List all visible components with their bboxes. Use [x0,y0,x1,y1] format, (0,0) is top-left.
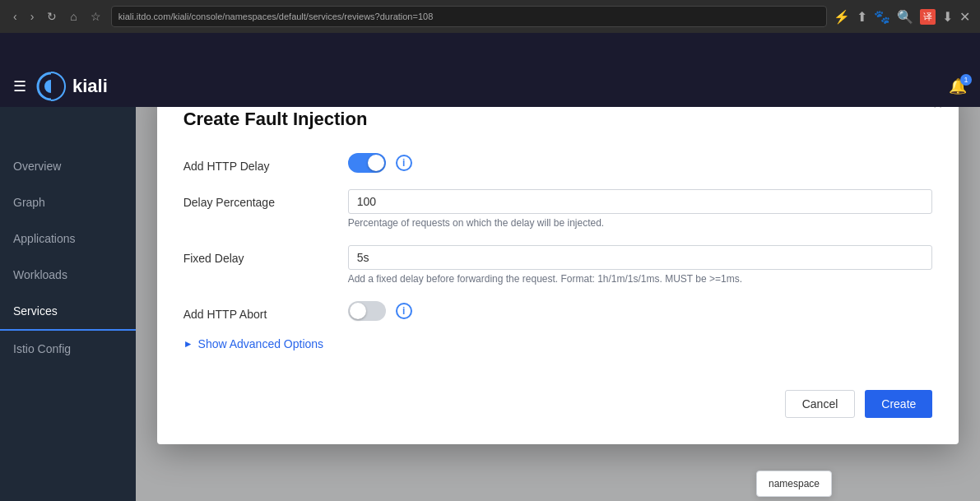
thunder-icon: ⚡ [834,9,850,25]
http-delay-info-icon[interactable]: i [396,155,412,171]
sidebar-item-overview[interactable]: Overview [0,148,136,184]
advanced-options-label: Show Advanced Options [198,337,324,350]
modal-footer: Cancel Create [183,377,933,418]
logo-icon [36,72,66,101]
modal-overlay: Create Fault Injection × Add HTTP Delay [136,74,980,501]
home-button[interactable]: ⌂ [67,8,80,25]
toggle-thumb-abort [350,303,366,319]
create-button[interactable]: Create [865,390,932,418]
modal-title: Create Fault Injection [183,109,933,130]
toggle-thumb-delay [368,155,384,171]
translate-icon[interactable]: 译 [920,9,936,25]
show-advanced-options[interactable]: ► Show Advanced Options [183,337,933,350]
http-delay-toggle-row: i [348,153,933,173]
hamburger-menu[interactable]: ☰ [13,77,26,95]
refresh-button[interactable]: ↻ [44,8,60,25]
http-abort-toggle-row: i [348,301,933,321]
add-http-abort-label: Add HTTP Abort [183,301,348,321]
bookmark-button[interactable]: ☆ [87,8,105,25]
close-icon[interactable]: ✕ [959,9,970,25]
share-icon: ⬆ [857,9,867,25]
search-icon[interactable]: 🔍 [897,9,913,25]
browser-chrome: ‹ › ↻ ⌂ ☆ kiali.itdo.com/kiali/console/n… [0,0,980,33]
notification-bell[interactable]: 🔔 1 [949,77,967,95]
fixed-delay-input[interactable] [348,245,933,270]
logo-text: kiali [72,76,108,97]
url-text: kiali.itdo.com/kiali/console/namespaces/… [118,12,433,21]
delay-percentage-input[interactable] [348,189,933,214]
toggle-track-delay [348,153,386,173]
delay-percentage-controls: Percentage of requests on which the dela… [348,189,933,229]
sidebar: Overview Graph Applications Workloads Se… [0,74,136,501]
sidebar-item-services[interactable]: Services [0,293,136,331]
add-http-delay-row: Add HTTP Delay i [183,153,933,173]
http-abort-toggle[interactable] [348,301,386,321]
top-bar-right: 🔔 1 [949,77,967,95]
fixed-delay-row: Fixed Delay Add a fixed delay before for… [183,245,933,285]
sidebar-item-graph[interactable]: Graph [0,184,136,220]
http-abort-info-icon[interactable]: i [396,303,412,319]
notification-badge: 1 [960,74,972,86]
top-bar: ☰ kiali 🔔 1 [0,66,980,107]
download-icon[interactable]: ⬇ [942,9,953,25]
sidebar-item-workloads[interactable]: Workloads [0,257,136,293]
cancel-button[interactable]: Cancel [785,390,856,418]
delay-percentage-label: Delay Percentage [183,189,348,209]
browser-icons: ⚡ ⬆ 🐾 🔍 译 ⬇ ✕ [834,9,970,25]
back-button[interactable]: ‹ [10,8,21,25]
delay-percentage-hint: Percentage of requests on which the dela… [348,217,933,229]
modal-create-fault-injection: Create Fault Injection × Add HTTP Delay [157,82,959,444]
namespace-tooltip: namespace [756,471,832,497]
add-http-abort-controls: i [348,301,933,321]
fixed-delay-controls: Add a fixed delay before forwarding the … [348,245,933,285]
chevron-right-icon: ► [183,338,193,350]
add-http-delay-controls: i [348,153,933,173]
add-http-delay-label: Add HTTP Delay [183,153,348,173]
app-layout: Overview Graph Applications Workloads Se… [0,74,980,501]
logo-area: kiali [36,72,108,101]
delay-percentage-row: Delay Percentage Percentage of requests … [183,189,933,229]
add-http-abort-row: Add HTTP Abort i [183,301,933,321]
fixed-delay-hint: Add a fixed delay before forwarding the … [348,273,933,285]
namespace-tooltip-text: namespace [769,478,820,489]
fixed-delay-label: Fixed Delay [183,245,348,265]
extension-icon: 🐾 [874,9,890,25]
sidebar-item-applications[interactable]: Applications [0,220,136,257]
url-bar[interactable]: kiali.itdo.com/kiali/console/namespaces/… [111,6,827,27]
toggle-track-abort [348,301,386,321]
forward-button[interactable]: › [27,8,38,25]
http-delay-toggle[interactable] [348,153,386,173]
sidebar-item-istio-config[interactable]: Istio Config [0,331,136,367]
main-content: Create Fault Injection × Add HTTP Delay [136,74,980,501]
